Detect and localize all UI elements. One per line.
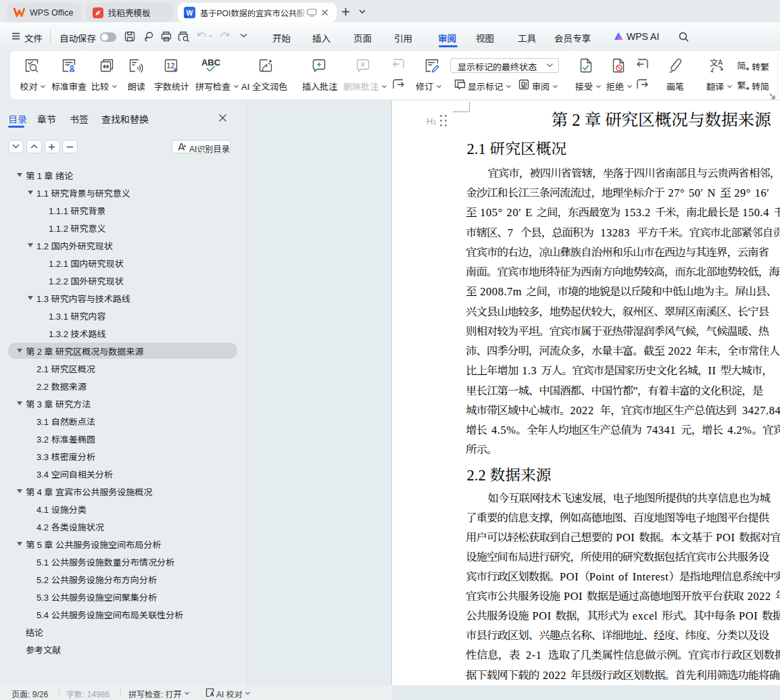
svg-text:繁: 繁 — [737, 80, 746, 91]
svg-text:A: A — [718, 59, 723, 66]
svg-text:文: 文 — [709, 57, 718, 69]
svg-text:ABC: ABC — [201, 57, 221, 68]
svg-text:简: 简 — [737, 60, 746, 72]
svg-text:12: 12 — [166, 61, 174, 70]
svg-text:W: W — [187, 9, 193, 17]
